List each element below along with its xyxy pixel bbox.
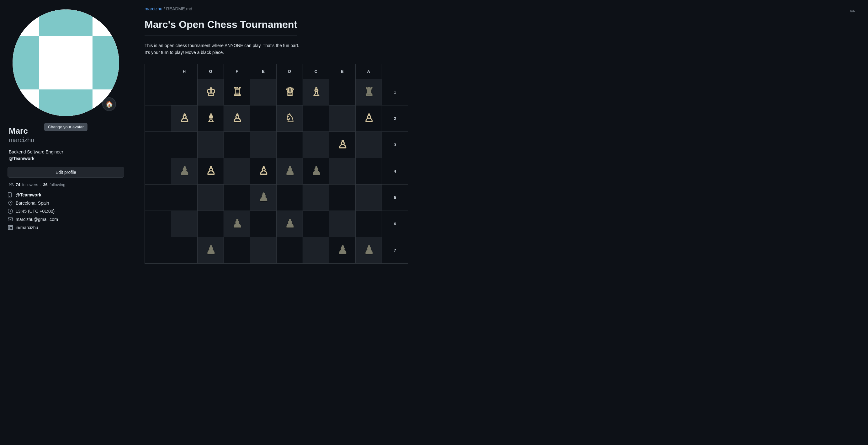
chess-cell: ♘ <box>277 105 303 131</box>
chess-cell <box>277 184 303 211</box>
profile-bio: Backend Software Engineer @Teamwork <box>9 149 63 162</box>
chess-cell <box>355 158 382 184</box>
col-header- <box>382 64 408 79</box>
chess-cell <box>145 237 171 263</box>
readme-path-file: README.md <box>166 6 192 11</box>
chess-piece: ♟ <box>171 166 197 177</box>
chess-board: HGFEDCBA♔♖♕♗♜1♙♗♙♘♙2♙3♟♙♙♟♟4♟5♟♟6♟♟♟7 <box>145 64 408 264</box>
chess-cell <box>171 237 197 263</box>
chess-piece: ♟ <box>250 192 276 203</box>
chess-cell <box>250 79 277 105</box>
chess-cell <box>303 105 329 131</box>
chess-cell <box>355 211 382 237</box>
chess-cell: ♕ <box>277 79 303 105</box>
chess-cell: ♟ <box>197 237 224 263</box>
email-icon <box>7 216 13 222</box>
chess-cell <box>224 131 250 158</box>
chess-row-1: ♔♖♕♗♜1 <box>145 79 408 105</box>
profile-name: Marc <box>9 126 28 136</box>
chess-cell <box>145 105 171 131</box>
svg-rect-11 <box>39 89 66 116</box>
meta-time-value: 13:45 (UTC +01:00) <box>16 209 55 214</box>
col-header-A: A <box>355 64 382 79</box>
chess-cell <box>303 237 329 263</box>
chess-row-5: ♟5 <box>145 184 408 211</box>
meta-org-value: @Teamwork <box>16 192 41 198</box>
chess-cell <box>145 184 171 211</box>
chess-piece: ♗ <box>197 113 224 124</box>
chess-cell: ♙ <box>171 105 197 131</box>
change-avatar-tooltip: Change your avatar <box>44 123 88 131</box>
svg-rect-2 <box>66 9 93 36</box>
meta-email: marcizhu@gmail.com <box>7 216 58 222</box>
chess-cell <box>329 158 355 184</box>
readme-path-user[interactable]: marcizhu <box>145 6 162 11</box>
chess-cell: ♟ <box>355 237 382 263</box>
readme-title: Marc's Open Chess Tournament <box>145 19 297 36</box>
chess-row-4: ♟♙♙♟♟4 <box>145 158 408 184</box>
chess-cell <box>329 211 355 237</box>
meta-location-value: Barcelona, Spain <box>16 201 49 206</box>
svg-rect-3 <box>12 36 39 63</box>
col-header- <box>145 64 171 79</box>
svg-rect-5 <box>66 36 93 63</box>
chess-cell <box>277 237 303 263</box>
chess-cell: 4 <box>382 158 408 184</box>
chess-cell <box>197 211 224 237</box>
svg-rect-6 <box>93 36 119 63</box>
linkedin-icon <box>7 225 13 230</box>
chess-cell <box>197 131 224 158</box>
chess-cell: ♙ <box>250 158 277 184</box>
chess-piece: ♟ <box>329 244 355 256</box>
col-header-H: H <box>171 64 197 79</box>
chess-cell: 2 <box>382 105 408 131</box>
profile-username: marcizhu <box>9 137 34 144</box>
chess-piece: ♙ <box>250 166 276 177</box>
location-icon <box>7 200 13 206</box>
chess-cell: 1 <box>382 79 408 105</box>
svg-rect-4 <box>39 36 66 63</box>
chess-cell <box>197 184 224 211</box>
chess-cell <box>171 131 197 158</box>
readme-header: marcizhu / README.md Marc's Open Chess T… <box>145 6 856 42</box>
chess-cell <box>171 184 197 211</box>
profile-meta: @Teamwork Barcelona, Spain 13:45 (UTC +0… <box>7 192 58 230</box>
chess-cell: ♟ <box>224 211 250 237</box>
chess-cell: 7 <box>382 237 408 263</box>
chess-piece: ♟ <box>303 166 329 177</box>
chess-cell <box>303 211 329 237</box>
chess-row-7: ♟♟♟7 <box>145 237 408 263</box>
chess-piece: ♙ <box>224 113 250 124</box>
chess-cell <box>171 211 197 237</box>
profile-sidebar: 🏠 Change your avatar Marc marcizhu Backe… <box>0 0 132 445</box>
edit-profile-button[interactable]: Edit profile <box>7 167 124 178</box>
chess-row-6: ♟♟6 <box>145 211 408 237</box>
avatar-wrapper[interactable]: 🏠 Change your avatar <box>12 9 119 116</box>
followers-count: 74 <box>16 182 20 187</box>
chess-cell: ♙ <box>224 105 250 131</box>
chess-cell: ♟ <box>277 158 303 184</box>
edit-readme-button[interactable]: ✏ <box>850 7 856 15</box>
col-header-E: E <box>250 64 277 79</box>
chess-piece: ♟ <box>277 218 303 229</box>
chess-cell: ♖ <box>224 79 250 105</box>
chess-cell: ♟ <box>303 158 329 184</box>
col-header-C: C <box>303 64 329 79</box>
chess-cell: ♜ <box>355 79 382 105</box>
meta-linkedin: in/marcizhu <box>7 225 58 230</box>
chess-cell <box>145 79 171 105</box>
chess-piece: ♟ <box>197 244 224 256</box>
chess-cell <box>277 131 303 158</box>
chess-cell: ♟ <box>250 184 277 211</box>
col-header-G: G <box>197 64 224 79</box>
chess-cell: ♗ <box>303 79 329 105</box>
chess-cell <box>145 158 171 184</box>
org-icon <box>7 192 13 198</box>
chess-piece: ♟ <box>277 166 303 177</box>
chess-piece: ♜ <box>355 86 382 98</box>
main-content: marcizhu / README.md Marc's Open Chess T… <box>132 0 868 445</box>
chess-piece: ♙ <box>171 113 197 124</box>
chess-piece: ♘ <box>277 113 303 124</box>
meta-linkedin-value: in/marcizhu <box>16 225 38 230</box>
chess-piece: ♙ <box>355 113 382 124</box>
